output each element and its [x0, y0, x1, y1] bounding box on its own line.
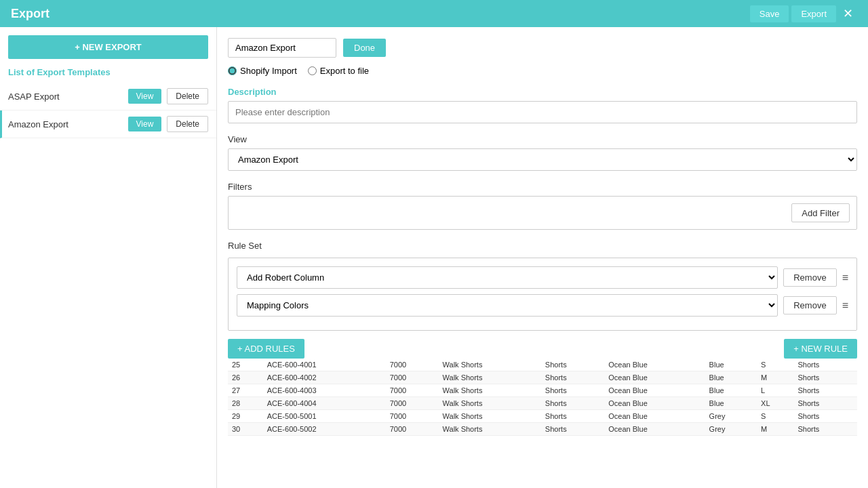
sidebar-list-title: List of Export Templates — [0, 67, 216, 83]
radio-group: Shopify Import Export to file — [228, 66, 857, 76]
row-number: 29 — [228, 410, 263, 423]
table-cell: ACE-600-4002 — [263, 371, 386, 384]
view-select[interactable]: Amazon Export — [228, 148, 857, 171]
table-cell: ACE-600-4004 — [263, 397, 386, 410]
table-cell: ACE-600-4003 — [263, 384, 386, 397]
rule-row-2: Mapping Colors Remove ≡ — [237, 294, 848, 317]
table-body: 25ACE-600-40017000Walk ShortsShortsOcean… — [228, 359, 857, 436]
view-amazon-button[interactable]: View — [128, 117, 162, 131]
main-layout: + NEW EXPORT List of Export Templates AS… — [0, 27, 868, 488]
table-cell: Blue — [705, 384, 757, 397]
table-cell: 7000 — [386, 397, 439, 410]
filters-box: Add Filter — [228, 196, 857, 230]
table-cell: Ocean Blue — [604, 359, 705, 371]
table-cell: M — [757, 423, 793, 436]
radio-shopify-label[interactable]: Shopify Import — [228, 66, 297, 76]
table-cell: Grey — [705, 410, 757, 423]
table-cell: Shorts — [793, 397, 857, 410]
drag-handle-2-icon[interactable]: ≡ — [842, 300, 848, 312]
drag-handle-1-icon[interactable]: ≡ — [842, 272, 848, 284]
table-cell: Shorts — [793, 371, 857, 384]
new-export-button[interactable]: + NEW EXPORT — [8, 35, 208, 59]
radio-shopify-text: Shopify Import — [240, 66, 297, 76]
data-table: 25ACE-600-40017000Walk ShortsShortsOcean… — [228, 359, 857, 436]
radio-export-to-file[interactable] — [308, 66, 317, 75]
rule-select-2[interactable]: Mapping Colors — [237, 294, 778, 317]
remove-rule-2-button[interactable]: Remove — [783, 296, 836, 314]
close-button[interactable]: ✕ — [839, 6, 857, 21]
row-number: 28 — [228, 397, 263, 410]
row-number: 25 — [228, 359, 263, 371]
data-table-section: 25ACE-600-40017000Walk ShortsShortsOcean… — [228, 359, 857, 436]
table-cell: Ocean Blue — [604, 423, 705, 436]
table-row: 28ACE-600-40047000Walk ShortsShortsOcean… — [228, 397, 857, 410]
sidebar: + NEW EXPORT List of Export Templates AS… — [0, 27, 217, 488]
table-cell: ACE-600-5002 — [263, 423, 386, 436]
table-cell: 7000 — [386, 384, 439, 397]
row-number: 26 — [228, 371, 263, 384]
table-cell: Ocean Blue — [604, 410, 705, 423]
table-cell: Walk Shorts — [439, 410, 541, 423]
template-name-input[interactable] — [228, 38, 336, 58]
radio-export-file-label[interactable]: Export to file — [308, 66, 369, 76]
table-cell: Shorts — [793, 410, 857, 423]
table-cell: Walk Shorts — [439, 423, 541, 436]
remove-rule-1-button[interactable]: Remove — [783, 268, 836, 287]
table-cell: Shorts — [541, 359, 604, 371]
content-area: Done Shopify Import Export to file Descr… — [217, 27, 868, 488]
table-row: 30ACE-600-50027000Walk ShortsShortsOcean… — [228, 423, 857, 436]
table-cell: Shorts — [541, 423, 604, 436]
table-cell: Blue — [705, 371, 757, 384]
new-rule-button[interactable]: + NEW RULE — [784, 339, 857, 359]
rule-set-label: Rule Set — [228, 241, 857, 251]
content-top: Done — [228, 38, 857, 58]
table-cell: Shorts — [541, 410, 604, 423]
table-cell: 7000 — [386, 410, 439, 423]
filters-section-label: Filters — [228, 182, 857, 192]
table-cell: Shorts — [541, 397, 604, 410]
table-cell: Walk Shorts — [439, 371, 541, 384]
table-cell: Grey — [705, 423, 757, 436]
table-cell: S — [757, 410, 793, 423]
view-section-label: View — [228, 134, 857, 144]
table-cell: Walk Shorts — [439, 359, 541, 371]
add-filter-button[interactable]: Add Filter — [791, 203, 850, 222]
save-button[interactable]: Save — [750, 5, 789, 22]
radio-shopify-import[interactable] — [228, 66, 237, 75]
table-cell: Walk Shorts — [439, 397, 541, 410]
table-cell: Blue — [705, 397, 757, 410]
table-cell: Shorts — [793, 423, 857, 436]
sidebar-item-asap: ASAP Export View Delete — [0, 83, 216, 110]
rule-row-1: Add Robert Column Remove ≡ — [237, 266, 848, 289]
rule-actions: + ADD RULES + NEW RULE — [228, 339, 857, 359]
table-cell: S — [757, 359, 793, 371]
sidebar-item-amazon: Amazon Export View Delete — [0, 110, 216, 138]
row-number: 27 — [228, 384, 263, 397]
delete-asap-button[interactable]: Delete — [167, 88, 208, 104]
sidebar-item-asap-name: ASAP Export — [8, 92, 123, 102]
description-input[interactable] — [228, 101, 857, 123]
rule-set-box: Add Robert Column Remove ≡ Mapping Color… — [228, 258, 857, 331]
delete-amazon-button[interactable]: Delete — [167, 116, 208, 132]
table-cell: Ocean Blue — [604, 371, 705, 384]
done-button[interactable]: Done — [343, 39, 386, 57]
table-cell: Blue — [705, 359, 757, 371]
rule-select-1[interactable]: Add Robert Column — [237, 266, 778, 289]
row-number: 30 — [228, 423, 263, 436]
table-row: 29ACE-500-50017000Walk ShortsShortsOcean… — [228, 410, 857, 423]
table-cell: Shorts — [793, 359, 857, 371]
table-cell: L — [757, 384, 793, 397]
add-rules-button[interactable]: + ADD RULES — [228, 339, 304, 359]
table-cell: ACE-600-4001 — [263, 359, 386, 371]
description-label: Description — [228, 87, 857, 97]
table-cell: 7000 — [386, 359, 439, 371]
export-button[interactable]: Export — [791, 5, 836, 22]
view-asap-button[interactable]: View — [128, 89, 162, 104]
table-cell: Shorts — [541, 371, 604, 384]
page-title: Export — [11, 7, 50, 21]
table-cell: Ocean Blue — [604, 384, 705, 397]
table-cell: 7000 — [386, 371, 439, 384]
table-cell: Shorts — [541, 384, 604, 397]
sidebar-item-amazon-name: Amazon Export — [8, 119, 123, 129]
table-cell: 7000 — [386, 423, 439, 436]
